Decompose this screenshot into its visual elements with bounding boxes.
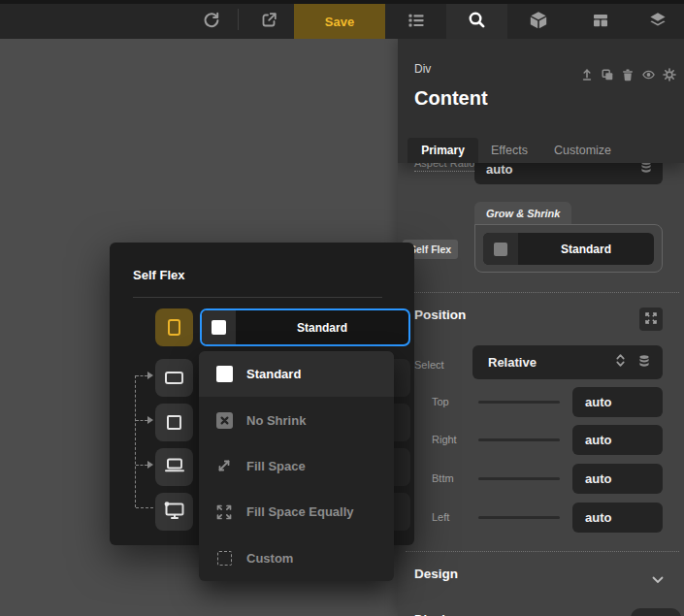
- trash-icon: [621, 68, 635, 84]
- square-dashed-icon: [215, 549, 233, 567]
- menu-item-label: Custom: [246, 551, 293, 566]
- menu-item-custom[interactable]: Custom: [199, 535, 394, 581]
- expand-arrows-icon: [645, 312, 657, 327]
- layers-tool-tab[interactable]: [632, 4, 684, 39]
- standard-option-icon: [202, 310, 236, 344]
- display-partial-label: Display: [414, 612, 459, 616]
- toolbar: Save: [0, 0, 684, 39]
- section-divider: [406, 551, 679, 552]
- offset-top-value: auto: [585, 395, 611, 409]
- move-up-icon: [580, 68, 594, 84]
- breakpoint-desktop-button[interactable]: [155, 493, 193, 531]
- tab-primary[interactable]: Primary: [407, 138, 478, 163]
- inspector-panel: Aspect Ratio auto Grow & Shrink Standard…: [398, 39, 684, 616]
- dynamic-data-icon[interactable]: [637, 354, 651, 372]
- arrows-out-icon: [215, 503, 233, 521]
- grow-shrink-group-tab[interactable]: Grow & Shrink: [474, 202, 571, 225]
- gear-icon: [663, 68, 676, 84]
- menu-item-no-shrink[interactable]: No Shrink: [199, 397, 394, 442]
- offset-left-slider[interactable]: [478, 516, 560, 519]
- inspector-tool-tab[interactable]: [446, 4, 507, 39]
- tab-customize[interactable]: Customize: [554, 138, 611, 163]
- menu-item-label: Fill Space Equally: [246, 504, 354, 519]
- offset-bottom-value: auto: [585, 471, 611, 486]
- breakpoint-tablet-landscape-button[interactable]: [155, 359, 193, 397]
- list-icon: [406, 10, 427, 34]
- offset-top-field[interactable]: auto: [572, 387, 663, 417]
- offset-top-slider[interactable]: [478, 401, 560, 404]
- square-filled-icon: [215, 366, 233, 383]
- toolbar-divider: [238, 9, 239, 30]
- offset-right-label: Right: [432, 434, 457, 445]
- grow-shrink-group-label: Grow & Shrink: [486, 208, 560, 219]
- cascade-arrow-icon: [147, 416, 153, 424]
- grow-shrink-value: Standard: [518, 233, 654, 265]
- offset-top-label: Top: [432, 396, 449, 407]
- menu-item-label: Fill Space: [246, 459, 306, 473]
- offset-left-field[interactable]: auto: [572, 503, 663, 533]
- offset-bottom-slider[interactable]: [478, 477, 560, 480]
- tab-effects[interactable]: Effects: [491, 138, 528, 163]
- arrows-diagonal-icon: [215, 457, 233, 474]
- cascade-branch: [136, 375, 147, 376]
- cube-icon: [528, 10, 549, 34]
- delete-element-button[interactable]: [620, 68, 635, 83]
- eye-icon: [641, 68, 656, 84]
- offset-right-slider[interactable]: [478, 438, 560, 441]
- position-expand-button[interactable]: [639, 308, 663, 331]
- position-select-label: Select: [414, 359, 444, 371]
- offset-bottom-field[interactable]: auto: [572, 464, 663, 494]
- duplicate-element-button[interactable]: [600, 68, 615, 83]
- components-tool-tab[interactable]: [507, 4, 569, 39]
- position-select[interactable]: Relative: [472, 345, 663, 379]
- duplicate-icon: [601, 68, 614, 84]
- element-settings-button[interactable]: [662, 68, 677, 83]
- breakpoint-tablet-portrait-button[interactable]: [155, 404, 193, 441]
- open-in-new-button[interactable]: [251, 4, 286, 39]
- builder-window: Save: [0, 0, 684, 616]
- selected-element-type: Div: [414, 62, 431, 76]
- square-x-icon: [215, 411, 233, 429]
- menu-item-label: Standard: [246, 367, 301, 381]
- layers-icon: [647, 10, 668, 34]
- grow-shrink-group-box: Standard: [474, 224, 663, 273]
- layout-grid-icon: [591, 11, 610, 33]
- cascade-branch: [136, 507, 153, 508]
- breakpoint-base-button[interactable]: [155, 308, 193, 346]
- visibility-button[interactable]: [640, 68, 656, 83]
- breakpoint-laptop-button[interactable]: [155, 448, 193, 486]
- tab-customize-label: Customize: [554, 144, 611, 157]
- offset-right-field[interactable]: auto: [572, 425, 663, 455]
- display-partial-control[interactable]: [631, 608, 681, 616]
- panel-title: Content: [414, 87, 488, 110]
- move-element-button[interactable]: [579, 68, 595, 83]
- offset-right-value: auto: [585, 433, 611, 447]
- refresh-icon: [202, 11, 221, 33]
- section-divider: [406, 292, 679, 293]
- aspect-ratio-value: auto: [486, 162, 512, 177]
- tablet-landscape-icon: [165, 372, 183, 384]
- base-breakpoint-icon: [168, 319, 180, 336]
- menu-item-standard[interactable]: Standard: [199, 351, 394, 397]
- save-button-label: Save: [325, 15, 354, 29]
- save-button[interactable]: Save: [294, 4, 385, 39]
- self-flex-base-value: Standard: [236, 310, 408, 344]
- navigator-tool-tab[interactable]: [385, 4, 446, 39]
- menu-item-fill-space[interactable]: Fill Space: [199, 443, 394, 489]
- cascade-branch: [136, 465, 147, 466]
- cascade-branch: [136, 420, 147, 421]
- offset-bottom-label: Bttm: [432, 472, 454, 484]
- design-section-heading: Design: [414, 567, 458, 581]
- menu-item-fill-space-equally[interactable]: Fill Space Equally: [199, 489, 394, 535]
- chevron-down-icon[interactable]: [652, 570, 664, 588]
- refresh-button[interactable]: [194, 4, 229, 39]
- self-flex-base-select[interactable]: Standard: [200, 308, 410, 346]
- flyout-title: Self Flex: [133, 268, 184, 282]
- self-flex-options-menu: Standard No Shrink Fill Space Fill Space…: [199, 351, 394, 581]
- tab-primary-label: Primary: [421, 144, 465, 157]
- layout-tool-tab[interactable]: [570, 4, 631, 39]
- laptop-icon: [164, 458, 185, 476]
- cascade-arrow-icon: [147, 372, 153, 379]
- grow-shrink-select[interactable]: Standard: [483, 233, 654, 265]
- menu-item-label: No Shrink: [246, 413, 306, 428]
